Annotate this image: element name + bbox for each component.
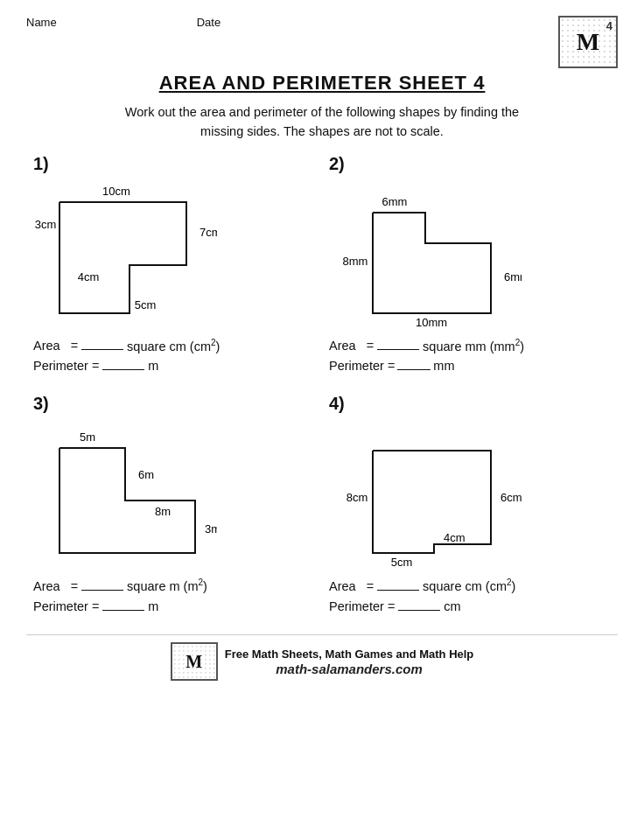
footer-inner: M Free Math Sheets, Math Games and Math …	[171, 642, 474, 681]
dim-shape1-right: 7cm	[200, 226, 217, 239]
problem-3-perimeter: Perimeter = m	[33, 598, 315, 613]
dim-shape3-inner: 8m	[155, 505, 171, 518]
problem-1-area: Area = square cm (cm2)	[33, 338, 315, 354]
shape-3-container: 5m 6m 8m 3m	[33, 417, 315, 570]
dim-shape3-right-lower: 3m	[205, 522, 217, 536]
problem-1-perimeter: Perimeter = m	[33, 358, 315, 373]
area-label-3: Area	[33, 579, 60, 593]
dim-shape1-inner-v: 5cm	[135, 298, 157, 312]
problem-2-num: 2)	[329, 154, 611, 174]
problem-4-num: 4)	[329, 394, 611, 414]
perim-blank-3	[102, 598, 144, 611]
problem-2: 2) 6mm 8mm 6mm 10mm Area = squar	[322, 154, 618, 379]
problem-3-num: 3)	[33, 394, 315, 414]
perim-unit-1: m	[148, 359, 158, 373]
shape-4-container: 8cm 6cm 5cm 4cm	[329, 417, 611, 570]
problem-3: 3) 5m 6m 8m 3m Area = square m (m2)	[26, 394, 322, 619]
shape-4-svg: 8cm 6cm 5cm 4cm	[329, 417, 522, 566]
dim-shape3-right-upper: 6m	[138, 468, 154, 481]
name-date-row: Name Date	[26, 16, 220, 29]
shape-2-outline	[373, 213, 491, 313]
perim-label-4: Perimeter =	[329, 599, 395, 613]
perim-label-3: Perimeter =	[33, 599, 99, 613]
shape-4-outline	[373, 451, 491, 553]
problems-row-1: 1) 10cm 3cm 7cm 4cm 5cm	[26, 154, 618, 379]
shape-1-container: 10cm 3cm 7cm 4cm 5cm	[33, 178, 315, 331]
dim-shape3-top: 5m	[80, 430, 95, 444]
area-label-4: Area	[329, 579, 356, 593]
dim-shape1-top: 10cm	[102, 185, 130, 198]
dim-shape4-inner: 4cm	[444, 531, 466, 544]
area-label-2: Area	[329, 339, 356, 353]
problems-row-2: 3) 5m 6m 8m 3m Area = square m (m2)	[26, 394, 618, 619]
area-blank-2	[377, 338, 419, 350]
area-blank-1	[81, 338, 123, 350]
dim-shape1-inner-h: 4cm	[78, 270, 100, 284]
perim-label-2: Perimeter =	[329, 359, 395, 373]
area-eq-4: =	[367, 579, 374, 593]
divider-1	[26, 378, 618, 394]
problem-1: 1) 10cm 3cm 7cm 4cm 5cm	[26, 154, 322, 379]
perim-blank-4	[398, 598, 440, 611]
dim-shape2-bottom: 10mm	[416, 316, 447, 326]
logo-number: 4	[606, 19, 612, 32]
perim-unit-3: m	[148, 599, 158, 613]
area-label-1: Area	[33, 339, 60, 353]
name-label: Name	[26, 16, 57, 29]
area-unit-3: square m (m2)	[127, 578, 207, 593]
problem-3-area: Area = square m (m2)	[33, 578, 315, 593]
area-eq-1: =	[71, 339, 78, 353]
perim-unit-4: cm	[444, 599, 460, 613]
shape-3-outline	[60, 448, 195, 553]
perim-label-1: Perimeter =	[33, 359, 99, 373]
area-blank-4	[377, 578, 419, 591]
problem-4: 4) 8cm 6cm 5cm 4cm Area = square cm (cm2…	[322, 394, 618, 619]
dim-shape4-bottom: 5cm	[391, 556, 413, 566]
shape-1-svg: 10cm 3cm 7cm 4cm 5cm	[33, 178, 217, 326]
area-blank-3	[81, 578, 123, 591]
footer-text-block: Free Math Sheets, Math Games and Math He…	[225, 647, 474, 677]
problem-2-area: Area = square mm (mm2)	[329, 338, 611, 354]
dim-shape2-left: 8mm	[343, 255, 368, 268]
date-label: Date	[197, 16, 220, 29]
problem-2-perimeter: Perimeter = mm	[329, 358, 611, 373]
footer-logo: M	[171, 642, 218, 681]
dim-shape4-left: 8cm	[346, 491, 368, 504]
footer-tagline: Free Math Sheets, Math Games and Math He…	[225, 647, 474, 662]
shape-2-container: 6mm 8mm 6mm 10mm	[329, 178, 611, 331]
problem-4-perimeter: Perimeter = cm	[329, 598, 611, 613]
logo-box: 4 M	[558, 16, 618, 68]
header-row: Name Date 4 M	[26, 16, 618, 68]
dim-shape1-left: 3cm	[35, 218, 57, 231]
footer-logo-letter: M	[186, 652, 202, 672]
area-unit-1: square cm (cm2)	[127, 338, 220, 354]
problem-4-area: Area = square cm (cm2)	[329, 578, 611, 593]
shape-1-outline	[60, 202, 186, 313]
title-section: AREA AND PERIMETER SHEET 4	[26, 72, 618, 94]
problem-1-num: 1)	[33, 154, 315, 174]
footer: M Free Math Sheets, Math Games and Math …	[26, 634, 618, 681]
perim-blank-2	[397, 358, 430, 370]
footer-url: math-salamanders.com	[225, 662, 474, 676]
area-unit-4: square cm (cm2)	[423, 578, 515, 593]
dim-shape4-right: 6cm	[500, 491, 522, 504]
dim-shape2-right: 6mm	[504, 270, 522, 284]
main-title: AREA AND PERIMETER SHEET 4	[26, 72, 618, 94]
instructions: Work out the area and perimeter of the f…	[26, 103, 618, 142]
area-eq-2: =	[367, 339, 374, 353]
perim-unit-2: mm	[433, 359, 454, 373]
shape-2-svg: 6mm 8mm 6mm 10mm	[329, 178, 522, 326]
dim-shape2-top: 6mm	[382, 195, 408, 208]
area-eq-3: =	[71, 579, 78, 593]
perim-blank-1	[102, 358, 144, 370]
area-unit-2: square mm (mm2)	[423, 338, 524, 354]
shape-3-svg: 5m 6m 8m 3m	[33, 417, 217, 566]
